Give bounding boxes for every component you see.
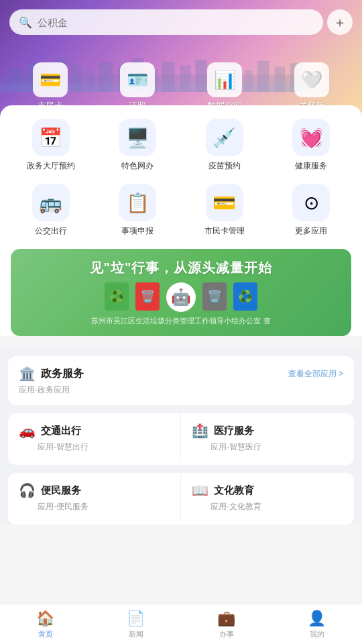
matter-report-icon: 📋: [119, 184, 156, 221]
more-apps-icon: ⊙: [292, 184, 330, 221]
nav-news[interactable]: 📄 新闻: [90, 604, 181, 644]
service-grid-row2: 🚌 公交出行 📋 事项申报 💳 市民卡管理 ⊙ 更多应用: [11, 184, 351, 237]
card-manage-label: 市民卡管理: [204, 225, 245, 237]
convenience-title: 便民服务: [41, 484, 81, 497]
care-mode-icon-box: 🤍: [294, 62, 329, 97]
red-bin-icon: 🗑️: [135, 282, 160, 311]
section-transport[interactable]: 🚗 交通出行 应用-智慧出行: [8, 413, 181, 462]
bus-travel-label: 公交出行: [35, 225, 67, 237]
work-label: 办事: [219, 629, 234, 639]
section-culture[interactable]: 📖 文化教育 应用-文化教育: [181, 473, 354, 522]
service-grid-row1: 📅 政务大厅预约 🖥️ 特色网办 💉 疫苗预约 💓 健康服务: [11, 119, 351, 172]
transport-subtitle: 应用-智慧出行: [19, 441, 170, 453]
hero-icon-care-mode[interactable]: 🤍 关怀版: [294, 62, 329, 112]
two-col-row1: 🚗 交通出行 应用-智慧出行 🏥 医疗服务 应用-智慧医疗: [8, 413, 354, 465]
service-gov-hall[interactable]: 📅 政务大厅预约: [11, 119, 91, 172]
gov-service-header: 🏛️ 政务服务 查看全部应用 >: [19, 366, 343, 382]
service-health[interactable]: 💓 健康服务: [272, 119, 352, 172]
work-icon: 💼: [217, 610, 235, 627]
hero-icons-row: 💳 市民卡 🪪 证照 📊 数据空间 🤍 关怀版: [0, 62, 362, 112]
home-icon: 🏠: [36, 610, 54, 627]
search-bar[interactable]: 🔍: [9, 9, 323, 35]
gov-hall-icon: 📅: [32, 119, 70, 156]
section-transport-medical: 🚗 交通出行 应用-智慧出行 🏥 医疗服务 应用-智慧医疗: [8, 413, 354, 465]
health-label: 健康服务: [295, 160, 327, 172]
health-icon: 💓: [292, 119, 330, 156]
gov-service-title: 政务服务: [41, 367, 84, 381]
bus-travel-icon: 🚌: [32, 184, 70, 221]
nav-work[interactable]: 💼 办事: [181, 604, 272, 644]
mine-icon: 👤: [308, 610, 326, 627]
green-bin-icon: ♻️: [105, 282, 129, 311]
section-gov-service: 🏛️ 政务服务 查看全部应用 > 应用-政务应用: [8, 356, 354, 405]
culture-subtitle: 应用-文化教育: [192, 501, 343, 513]
mine-label: 我的: [310, 629, 324, 639]
card-manage-icon: 💳: [206, 184, 243, 221]
banner-subtitle: 苏州市吴江区生活垃圾分类管理工作领导小组办公室 查: [91, 316, 270, 326]
search-icon: 🔍: [19, 16, 32, 29]
two-col-row2: 🎧 便民服务 应用-便民服务 📖 文化教育 应用-文化教育: [8, 473, 354, 525]
gov-hall-label: 政务大厅预约: [27, 160, 75, 172]
culture-title-wrap: 📖 文化教育: [192, 482, 343, 498]
nav-home[interactable]: 🏠 首页: [0, 604, 90, 644]
section-convenience-culture: 🎧 便民服务 应用-便民服务 📖 文化教育 应用-文化教育: [8, 473, 354, 525]
convenience-icon: 🎧: [19, 482, 36, 498]
gov-service-icon: 🏛️: [19, 366, 36, 382]
medical-subtitle: 应用-智慧医疗: [192, 441, 343, 453]
banner-title: 见"垃"行事，从源头减量开始: [90, 259, 273, 277]
section-convenience[interactable]: 🎧 便民服务 应用-便民服务: [8, 473, 181, 522]
hero-icon-data-space[interactable]: 📊 数据空间: [207, 62, 242, 112]
gov-service-subtitle: 应用-政务应用: [19, 384, 343, 396]
hero-icon-credentials[interactable]: 🪪 证照: [120, 62, 155, 112]
news-label: 新闻: [129, 629, 143, 639]
mascot-icon: 🤖: [166, 282, 196, 312]
transport-title-wrap: 🚗 交通出行: [19, 423, 170, 439]
convenience-title-wrap: 🎧 便民服务: [19, 482, 170, 498]
bottom-nav: 🏠 首页 📄 新闻 💼 办事 👤 我的: [0, 604, 362, 644]
gov-service-title-wrap: 🏛️ 政务服务: [19, 366, 84, 382]
service-card-manage[interactable]: 💳 市民卡管理: [184, 184, 265, 237]
search-input[interactable]: [38, 17, 314, 28]
service-more-apps[interactable]: ⊙ 更多应用: [272, 184, 352, 237]
gov-service-link[interactable]: 查看全部应用 >: [288, 368, 343, 380]
more-apps-label: 更多应用: [295, 225, 327, 237]
blue-bin-icon: ♻️: [233, 282, 257, 311]
culture-icon: 📖: [192, 482, 208, 498]
transport-icon: 🚗: [19, 423, 36, 439]
vaccine-icon: 💉: [206, 119, 243, 156]
credentials-icon-box: 🪪: [120, 62, 155, 97]
data-space-icon-box: 📊: [207, 62, 242, 97]
sections-wrapper: 🏛️ 政务服务 查看全部应用 > 应用-政务应用 🚗 交通出行 应用-智慧出行 …: [0, 348, 362, 525]
medical-title: 医疗服务: [214, 425, 254, 437]
waste-sorting-banner[interactable]: 见"垃"行事，从源头减量开始 ♻️ 🗑️ 🤖 🗑️ ♻️ 苏州市吴江区生活垃圾分…: [11, 249, 351, 336]
service-vaccine[interactable]: 💉 疫苗预约: [184, 119, 265, 172]
add-button[interactable]: ＋: [327, 9, 353, 35]
transport-title: 交通出行: [41, 425, 81, 437]
vaccine-label: 疫苗预约: [208, 160, 241, 172]
hero-banner: 🔍 ＋ 💳 市民卡 🪪 证照 📊 数据空间 🤍 关怀版: [0, 0, 362, 117]
home-label: 首页: [38, 629, 53, 639]
convenience-subtitle: 应用-便民服务: [19, 501, 170, 513]
special-online-icon: 🖥️: [119, 119, 156, 156]
main-card: 📅 政务大厅预约 🖥️ 特色网办 💉 疫苗预约 💓 健康服务 🚌 公交出行 📋 …: [0, 105, 362, 336]
service-matter-report[interactable]: 📋 事项申报: [98, 184, 178, 237]
culture-title: 文化教育: [214, 484, 254, 497]
citizen-card-icon-box: 💳: [33, 62, 68, 97]
medical-title-wrap: 🏥 医疗服务: [192, 423, 343, 439]
news-icon: 📄: [127, 610, 145, 627]
section-medical[interactable]: 🏥 医疗服务 应用-智慧医疗: [181, 413, 354, 462]
hero-icon-citizen-card[interactable]: 💳 市民卡: [33, 62, 68, 112]
medical-icon: 🏥: [192, 423, 208, 439]
service-bus-travel[interactable]: 🚌 公交出行: [11, 184, 91, 237]
matter-report-label: 事项申报: [121, 225, 154, 237]
gray-bin-icon: 🗑️: [202, 282, 227, 311]
special-online-label: 特色网办: [121, 160, 154, 172]
banner-bins: ♻️ 🗑️ 🤖 🗑️ ♻️: [105, 282, 257, 312]
nav-mine[interactable]: 👤 我的: [272, 604, 362, 644]
service-special-online[interactable]: 🖥️ 特色网办: [98, 119, 178, 172]
